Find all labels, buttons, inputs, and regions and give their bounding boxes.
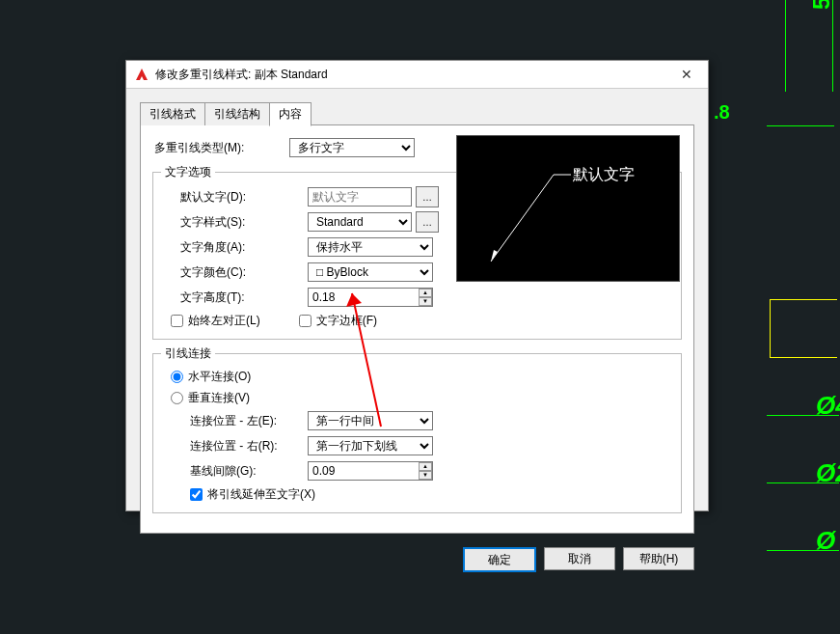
checkbox-always-left[interactable]: 始终左对正(L) — [171, 310, 260, 331]
select-conn-right[interactable]: 第一行加下划线 — [308, 436, 433, 455]
dim-phi3: Ø — [816, 526, 835, 556]
yline-2 — [770, 299, 837, 300]
tab-bar: 引线格式 引线结构 内容 — [140, 102, 694, 125]
dimline-v2 — [832, 0, 833, 92]
label-text-color: 文字颜色(C): — [161, 264, 308, 281]
label-conn-right: 连接位置 - 右(R): — [161, 438, 308, 455]
svg-marker-2 — [491, 250, 498, 262]
svg-line-0 — [491, 175, 554, 262]
dim-phi4: Ø4 — [816, 391, 840, 421]
ok-button[interactable]: 确定 — [463, 547, 536, 572]
yline-1 — [770, 299, 771, 357]
dim-phi2: Ø2 — [816, 458, 840, 488]
button-bar: 确定 取消 帮助(H) — [126, 539, 708, 580]
dimline-h3 — [767, 482, 839, 483]
radio-vertical[interactable]: 垂直连接(V) — [161, 387, 673, 408]
spinner-text-height[interactable]: ▲▼ — [419, 289, 432, 306]
dimline-h4 — [767, 550, 839, 551]
select-conn-left[interactable]: 第一行中间 — [308, 411, 433, 430]
legend-leader-connection: 引线连接 — [161, 345, 215, 362]
dimline-v1 — [785, 0, 786, 92]
spinner-landing-gap[interactable]: ▲▼ — [419, 462, 432, 480]
input-landing-gap[interactable] — [308, 461, 433, 481]
yline-3 — [770, 357, 837, 358]
label-conn-left: 连接位置 - 左(E): — [161, 413, 308, 429]
dim-8: .8 — [714, 101, 730, 124]
dimline-h2 — [767, 415, 839, 416]
radio-horizontal[interactable]: 水平连接(O) — [161, 366, 673, 387]
tab-leader-format[interactable]: 引线格式 — [140, 102, 205, 125]
dim-50: 50.0 — [808, 0, 835, 10]
dimline-h1 — [767, 125, 834, 126]
preview-leader-icon — [457, 136, 679, 281]
dialog-mleader-style: 修改多重引线样式: 副本 Standard ✕ 引线格式 引线结构 内容 多重引… — [125, 60, 709, 511]
label-text-style: 文字样式(S): — [161, 214, 308, 231]
app-logo-icon — [134, 67, 149, 82]
label-default-text: 默认文字(D): — [161, 189, 308, 206]
select-text-style[interactable]: Standard — [308, 212, 412, 232]
label-leader-type: 多重引线类型(M): — [152, 140, 289, 156]
select-text-color[interactable]: □ ByBlock — [308, 262, 433, 282]
button-text-style-browse[interactable]: … — [416, 211, 439, 233]
select-leader-type[interactable]: 多行文字 — [289, 138, 415, 157]
label-landing-gap: 基线间隙(G): — [161, 463, 308, 480]
checkbox-text-frame[interactable]: 文字边框(F) — [299, 310, 377, 331]
cancel-button[interactable]: 取消 — [544, 547, 615, 570]
input-default-text[interactable] — [308, 187, 412, 207]
preview-pane: 默认文字 — [456, 135, 680, 282]
tab-content[interactable]: 内容 — [269, 102, 312, 126]
button-default-text-browse[interactable]: … — [416, 186, 439, 207]
checkbox-extend-leader[interactable]: 将引线延伸至文字(X) — [161, 483, 673, 505]
help-button[interactable]: 帮助(H) — [623, 547, 694, 570]
tab-panel-content: 多重引线类型(M): 多行文字 文字选项 默认文字(D): … 文字样式(S):… — [140, 125, 694, 534]
legend-text-options: 文字选项 — [161, 164, 215, 180]
select-text-angle[interactable]: 保持水平 — [308, 237, 433, 257]
window-title: 修改多重引线样式: 副本 Standard — [155, 67, 667, 83]
tab-leader-structure[interactable]: 引线结构 — [204, 102, 270, 125]
close-button[interactable]: ✕ — [673, 65, 700, 84]
input-text-height[interactable] — [308, 288, 433, 307]
titlebar: 修改多重引线样式: 副本 Standard ✕ — [126, 61, 708, 89]
label-text-angle: 文字角度(A): — [161, 239, 308, 256]
label-text-height: 文字高度(T): — [161, 289, 308, 306]
group-leader-connection: 引线连接 水平连接(O) 垂直连接(V) 连接位置 - 左(E): 第一行中间 … — [152, 345, 682, 513]
